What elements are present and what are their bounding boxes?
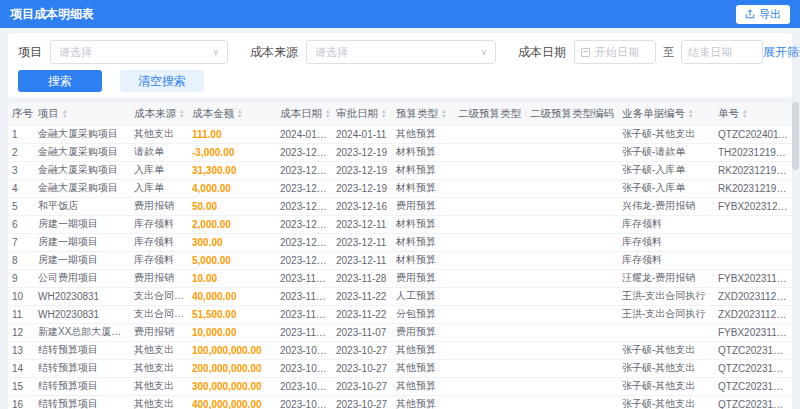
column-header[interactable]: 单号▲▼ xyxy=(714,103,792,125)
table-cell: 2023-10-27 xyxy=(332,395,392,409)
table-cell: 请款单 xyxy=(130,143,188,161)
end-date-placeholder: 结束日期 xyxy=(688,45,732,60)
table-row[interactable]: 11WH20230831支出合同执行51,500.002023-11-22202… xyxy=(8,305,792,323)
table-cell: 2023-12-19 xyxy=(276,161,332,179)
table-row[interactable]: 16结转预算项目其他支出400,000,000.002023-10-272023… xyxy=(8,395,792,409)
table-cell: FYBX20231128001 xyxy=(714,269,792,287)
table-cell: 入库单 xyxy=(130,161,188,179)
table-cell: 10 xyxy=(8,287,34,305)
table-cell xyxy=(454,287,526,305)
table-cell: 13 xyxy=(8,341,34,359)
column-header[interactable]: 成本日期▲▼ xyxy=(276,103,332,125)
table-cell xyxy=(454,323,526,341)
column-header[interactable]: 项目▲▼ xyxy=(34,103,130,125)
table-cell: 10.00 xyxy=(188,269,276,287)
column-label: 二级预算类型编码 xyxy=(530,107,614,119)
table-cell: 公司费用项目 xyxy=(34,269,130,287)
table-cell: QTZC20231027002 xyxy=(714,341,792,359)
table-cell: 其他支出 xyxy=(130,359,188,377)
table-cell xyxy=(526,215,618,233)
sort-icon[interactable]: ▲▼ xyxy=(688,109,693,118)
table-row[interactable]: 14结转预算项目其他支出200,000,000.002023-10-272023… xyxy=(8,359,792,377)
filter-row: 项目 请选择 ∨ 成本来源 请选择 ∨ 成本日期 开始日期 至 xyxy=(18,39,782,65)
table-row[interactable]: 12新建XX总部大厦工程二期费用报销10,000.002023-11-07202… xyxy=(8,323,792,341)
sort-icon[interactable]: ▲▼ xyxy=(742,109,747,118)
column-header[interactable]: 序号 xyxy=(8,103,34,125)
column-label: 单号 xyxy=(718,107,739,119)
table-cell: 其他支出 xyxy=(130,395,188,409)
column-header[interactable]: 成本金额▲▼ xyxy=(188,103,276,125)
table-cell: 材料预算 xyxy=(392,233,454,251)
sort-icon[interactable]: ▲▼ xyxy=(62,109,67,118)
table-cell xyxy=(526,197,618,215)
table-row[interactable]: 13结转预算项目其他支出100,000,000.002023-10-272023… xyxy=(8,341,792,359)
table-cell: 材料预算 xyxy=(392,143,454,161)
table-row[interactable]: 10WH20230831支出合同执行40,000.002023-11-22202… xyxy=(8,287,792,305)
table-cell: 库存领料 xyxy=(130,251,188,269)
sort-icon[interactable]: ▲▼ xyxy=(325,109,330,118)
table-row[interactable]: 9公司费用项目费用报销10.002023-11-282023-11-28费用预算… xyxy=(8,269,792,287)
filter-actions: 搜索 清空搜索 xyxy=(18,70,782,92)
table-cell xyxy=(526,287,618,305)
table-cell: 支出合同执行 xyxy=(130,305,188,323)
end-date-input[interactable]: 结束日期 xyxy=(681,40,763,64)
table-cell: 2023-12-11 xyxy=(332,233,392,251)
table-cell: 2023-12-16 xyxy=(276,197,332,215)
table-row[interactable]: 4金融大厦采购项目入库单4,000.002023-12-192023-12-19… xyxy=(8,179,792,197)
table-row[interactable]: 6房建一期项目库存领料2,000.002023-12-112023-12-11材… xyxy=(8,215,792,233)
column-header[interactable]: 二级预算类型▲▼ xyxy=(454,103,526,125)
table-row[interactable]: 3金融大厦采购项目入库单31,300.002023-12-192023-12-1… xyxy=(8,161,792,179)
column-header[interactable]: 成本来源▲▼ xyxy=(130,103,188,125)
vertical-scrollbar[interactable] xyxy=(792,96,799,407)
table-cell: FYBX20231107001 xyxy=(714,323,792,341)
table-cell: -3,000.00 xyxy=(188,143,276,161)
column-header[interactable]: 二级预算类型编码▲▼ xyxy=(526,103,618,125)
expand-filter-label: 展开筛选 xyxy=(763,44,800,61)
table-cell: 15 xyxy=(8,377,34,395)
table-cell xyxy=(454,305,526,323)
expand-filter-link[interactable]: 展开筛选 ∨ xyxy=(763,44,800,61)
table-row[interactable]: 5和平饭店费用报销50.002023-12-162023-12-16费用预算兴伟… xyxy=(8,197,792,215)
column-header[interactable]: 预算类型▲▼ xyxy=(392,103,454,125)
sort-icon[interactable]: ▲▼ xyxy=(441,109,446,118)
search-button[interactable]: 搜索 xyxy=(18,70,102,92)
page: 项目成本明细表 导出 项目 请选择 ∨ 成本来源 xyxy=(0,0,800,409)
table-cell: 100,000,000.00 xyxy=(188,341,276,359)
sort-icon[interactable]: ▲▼ xyxy=(617,109,618,118)
sort-icon[interactable]: ▲▼ xyxy=(524,109,526,118)
table-cell: 200,000,000.00 xyxy=(188,359,276,377)
table-cell: 12 xyxy=(8,323,34,341)
table-cell: 兴伟龙-费用报销 xyxy=(618,197,714,215)
table-cell: 汪耀龙-费用报销 xyxy=(618,269,714,287)
project-select[interactable]: 请选择 ∨ xyxy=(50,40,228,64)
table-row[interactable]: 8房建一期项目库存领料5,000.002023-12-112023-12-11材… xyxy=(8,251,792,269)
table-cell: QTZC20240111001 xyxy=(714,125,792,143)
table-cell: WH20230831 xyxy=(34,305,130,323)
sort-icon[interactable]: ▲▼ xyxy=(381,109,386,118)
table-cell xyxy=(454,197,526,215)
sort-icon[interactable]: ▲▼ xyxy=(179,109,184,118)
table-cell: 其他预算 xyxy=(392,359,454,377)
start-date-input[interactable]: 开始日期 xyxy=(574,40,656,64)
column-label: 成本日期 xyxy=(280,107,322,119)
table-cell: 库存领料 xyxy=(130,215,188,233)
table-row[interactable]: 15结转预算项目其他支出300,000,000.002023-10-272023… xyxy=(8,377,792,395)
table-cell: 2023-11-22 xyxy=(276,305,332,323)
table-cell: 张子硕-其他支出 xyxy=(618,377,714,395)
scrollbar-thumb[interactable] xyxy=(792,102,799,170)
chevron-down-icon: ∨ xyxy=(212,48,219,57)
column-header[interactable]: 审批日期▲▼ xyxy=(332,103,392,125)
cost-source-select[interactable]: 请选择 ∨ xyxy=(306,40,496,64)
table-cell: 费用预算 xyxy=(392,269,454,287)
export-button[interactable]: 导出 xyxy=(736,5,790,24)
table-cell: 2023-12-11 xyxy=(332,251,392,269)
table-header-row: 序号项目▲▼成本来源▲▼成本金额▲▼成本日期▲▼审批日期▲▼预算类型▲▼二级预算… xyxy=(8,103,792,125)
column-header[interactable]: 业务单据编号▲▼ xyxy=(618,103,714,125)
table-row[interactable]: 1金融大厦采购项目其他支出111.002024-01-112024-01-11其… xyxy=(8,125,792,143)
clear-search-button[interactable]: 清空搜索 xyxy=(120,70,204,92)
column-label: 预算类型 xyxy=(396,107,438,119)
table-row[interactable]: 2金融大厦采购项目请款单-3,000.002023-12-192023-12-1… xyxy=(8,143,792,161)
table-row[interactable]: 7房建一期项目库存领料300.002023-12-112023-12-11材料预… xyxy=(8,233,792,251)
sort-icon[interactable]: ▲▼ xyxy=(237,109,242,118)
table-cell: 王洪-支出合同执行 xyxy=(618,287,714,305)
